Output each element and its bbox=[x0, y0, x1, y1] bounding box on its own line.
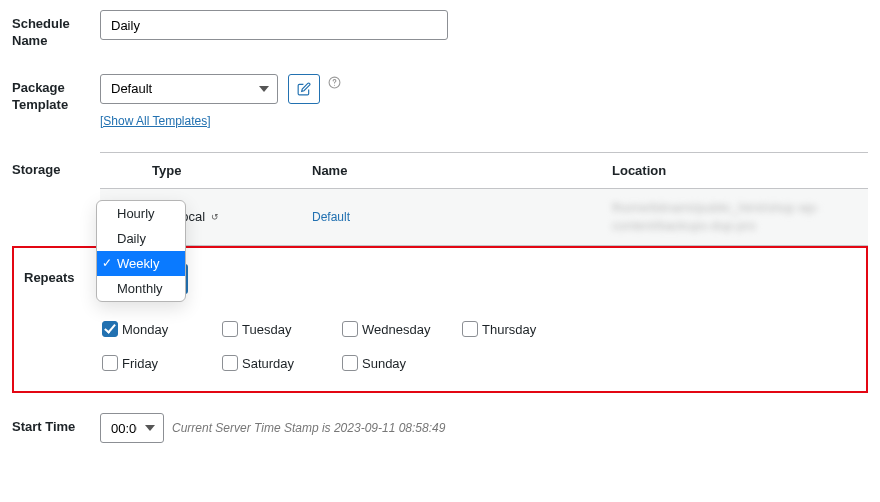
day-monday-checkbox[interactable] bbox=[102, 321, 118, 337]
day-monday[interactable]: Monday bbox=[102, 321, 222, 337]
repeats-label: Repeats bbox=[14, 264, 102, 287]
schedule-name-input[interactable] bbox=[100, 10, 448, 40]
day-sunday-checkbox[interactable] bbox=[342, 355, 358, 371]
storage-table: Type Name Location Local↺ Default fhome/ bbox=[100, 152, 868, 246]
repeats-highlight: Repeats Hourly Daily Weekly Monthly Mond… bbox=[12, 246, 868, 393]
repeats-option-weekly[interactable]: Weekly bbox=[97, 251, 185, 276]
start-time-label: Start Time bbox=[12, 413, 100, 436]
repeats-option-monthly[interactable]: Monthly bbox=[97, 276, 185, 301]
day-sunday[interactable]: Sunday bbox=[342, 355, 462, 371]
day-thursday[interactable]: Thursday bbox=[462, 321, 582, 337]
day-thursday-checkbox[interactable] bbox=[462, 321, 478, 337]
storage-row-name-link[interactable]: Default bbox=[312, 210, 350, 224]
package-template-label: Package Template bbox=[12, 74, 100, 114]
day-saturday-checkbox[interactable] bbox=[222, 355, 238, 371]
show-all-templates-link[interactable]: [Show All Templates] bbox=[100, 114, 211, 128]
package-template-select[interactable]: Default bbox=[100, 74, 278, 104]
storage-header-type: Type bbox=[140, 152, 300, 188]
help-icon[interactable] bbox=[327, 76, 341, 90]
repeats-option-daily[interactable]: Daily bbox=[97, 226, 185, 251]
storage-header-name: Name bbox=[300, 152, 600, 188]
day-wednesday[interactable]: Wednesday bbox=[342, 321, 462, 337]
table-row: Local↺ Default fhome/bitnami/public_html… bbox=[100, 188, 868, 245]
day-wednesday-checkbox[interactable] bbox=[342, 321, 358, 337]
edit-icon bbox=[297, 82, 311, 96]
storage-row-location: fhome/bitnami/public_html/shop wp-conten… bbox=[612, 200, 819, 233]
day-tuesday-checkbox[interactable] bbox=[222, 321, 238, 337]
edit-template-button[interactable] bbox=[288, 74, 320, 104]
storage-label: Storage bbox=[12, 152, 100, 179]
start-time-select[interactable]: 00:00 bbox=[100, 413, 164, 443]
server-time-note: Current Server Time Stamp is 2023-09-11 … bbox=[172, 421, 445, 435]
day-friday[interactable]: Friday bbox=[102, 355, 222, 371]
day-tuesday[interactable]: Tuesday bbox=[222, 321, 342, 337]
storage-header-location: Location bbox=[600, 152, 868, 188]
reload-icon: ↺ bbox=[211, 212, 219, 222]
svg-point-1 bbox=[334, 85, 335, 86]
day-saturday[interactable]: Saturday bbox=[222, 355, 342, 371]
repeats-dropdown: Hourly Daily Weekly Monthly bbox=[96, 200, 186, 302]
schedule-name-label: Schedule Name bbox=[12, 10, 100, 50]
repeats-option-hourly[interactable]: Hourly bbox=[97, 201, 185, 226]
day-friday-checkbox[interactable] bbox=[102, 355, 118, 371]
